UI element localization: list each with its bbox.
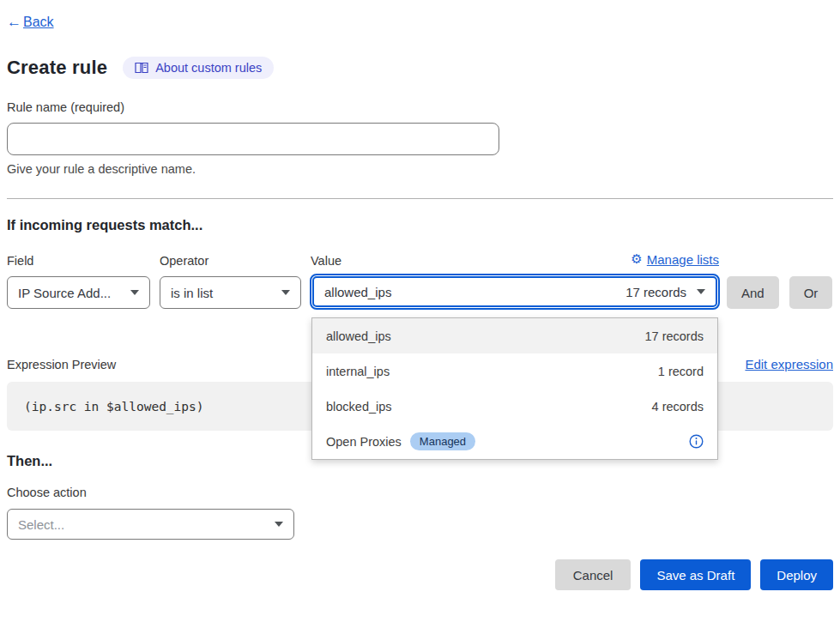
list-item-records: 1 record xyxy=(658,365,704,378)
list-dropdown-panel: allowed_ips 17 records internal_ips 1 re… xyxy=(311,317,718,460)
list-item-name: blocked_ips xyxy=(326,400,392,414)
condition-row: Field IP Source Add... Operator is in li… xyxy=(7,254,833,309)
field-label: Field xyxy=(7,254,150,268)
page-title: Create rule xyxy=(7,57,107,79)
footer-bar: Cancel Save as Draft Deploy xyxy=(7,559,833,590)
andor-group: And Or xyxy=(727,276,832,309)
manage-lists-link[interactable]: ⚙ Manage lists xyxy=(631,251,719,267)
or-button[interactable]: Or xyxy=(789,276,833,309)
list-item-name: internal_ips xyxy=(326,365,390,378)
list-item-open-proxies[interactable]: Open Proxies Managed xyxy=(312,424,717,459)
value-column: Value ⚙ Manage lists allowed_ips 17 reco… xyxy=(311,254,719,309)
deploy-button[interactable]: Deploy xyxy=(760,559,833,590)
gear-icon: ⚙ xyxy=(631,251,642,267)
rule-name-helper-text: Give your rule a descriptive name. xyxy=(7,162,833,176)
operator-select-value: is in list xyxy=(171,286,213,300)
value-combobox[interactable]: allowed_ips 17 records xyxy=(312,276,717,307)
section-divider xyxy=(7,198,833,199)
managed-badge: Managed xyxy=(410,432,475,450)
chevron-down-icon xyxy=(130,290,139,295)
rule-name-input[interactable] xyxy=(7,123,499,155)
list-item-allowed-ips[interactable]: allowed_ips 17 records xyxy=(312,318,717,353)
chevron-down-icon[interactable] xyxy=(697,289,705,294)
rule-name-block: Rule name (required) Give your rule a de… xyxy=(7,100,833,176)
cancel-button[interactable]: Cancel xyxy=(555,559,632,590)
value-combobox-records: 17 records xyxy=(625,285,686,299)
operator-label: Operator xyxy=(160,254,301,268)
expression-preview-label: Expression Preview xyxy=(7,358,116,371)
list-item-name: allowed_ips xyxy=(326,329,391,343)
choose-action-label: Choose action xyxy=(7,486,833,499)
list-item-internal-ips[interactable]: internal_ips 1 record xyxy=(312,353,717,389)
edit-expression-link[interactable]: Edit expression xyxy=(745,357,833,371)
title-row: Create rule About custom rules xyxy=(7,57,833,79)
chevron-down-icon xyxy=(281,290,290,295)
about-custom-rules-link[interactable]: About custom rules xyxy=(123,57,274,79)
rule-name-label: Rule name (required) xyxy=(7,100,124,114)
field-column: Field IP Source Add... xyxy=(7,254,150,309)
operator-column: Operator is in list xyxy=(160,254,301,309)
operator-select[interactable]: is in list xyxy=(160,276,301,309)
chevron-down-icon xyxy=(275,522,283,527)
field-select[interactable]: IP Source Add... xyxy=(7,276,150,309)
value-combobox-selected: allowed_ips xyxy=(324,285,391,299)
about-pill-label: About custom rules xyxy=(155,61,262,75)
back-link-label: Back xyxy=(23,15,54,30)
list-item-records: 17 records xyxy=(644,329,704,343)
and-button[interactable]: And xyxy=(727,276,779,309)
field-select-value: IP Source Add... xyxy=(18,286,111,300)
back-link[interactable]: ←Back xyxy=(7,14,54,31)
create-rule-page: ←Back Create rule About custom rules Rul… xyxy=(0,0,840,590)
info-icon[interactable] xyxy=(689,434,704,449)
book-icon xyxy=(135,62,148,74)
action-select-placeholder: Select... xyxy=(18,517,64,532)
action-select[interactable]: Select... xyxy=(7,509,294,540)
back-arrow-icon: ← xyxy=(7,14,21,31)
expression-code: (ip.src in $allowed_ips) xyxy=(24,400,204,414)
list-item-blocked-ips[interactable]: blocked_ips 4 records xyxy=(312,389,717,424)
match-section-heading: If incoming requests match... xyxy=(7,217,833,233)
list-item-records: 4 records xyxy=(652,400,704,414)
save-as-draft-button[interactable]: Save as Draft xyxy=(640,559,751,590)
list-item-name: Open Proxies xyxy=(326,435,402,449)
manage-lists-label: Manage lists xyxy=(647,252,719,267)
